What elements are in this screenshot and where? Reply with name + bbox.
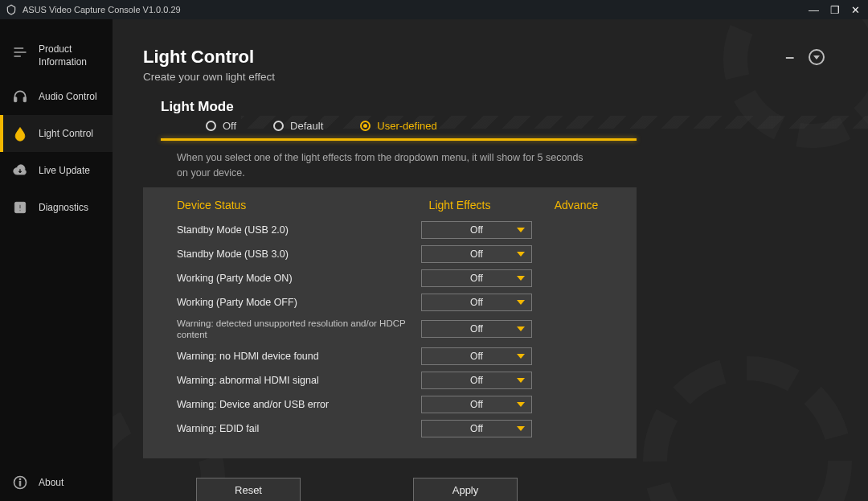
col-device-status: Device Status	[177, 199, 387, 211]
chevron-down-icon	[517, 252, 525, 257]
svg-rect-7	[19, 478, 21, 480]
info-icon	[11, 474, 29, 491]
minimize-button[interactable]: —	[809, 5, 819, 15]
status-label: Standby Mode (USB 2.0)	[177, 224, 421, 236]
dropdown-value: Off	[470, 375, 483, 386]
sidebar-item-diagnostics[interactable]: Diagnostics	[0, 189, 113, 226]
sidebar: Product Information Audio Control Light …	[0, 19, 113, 501]
app-title: ASUS Video Capture Console V1.0.0.29	[23, 5, 809, 14]
radio-icon	[273, 121, 284, 131]
chevron-down-icon	[517, 378, 525, 383]
dropdown-value: Off	[470, 351, 483, 362]
svg-rect-0	[14, 97, 17, 102]
main-content: ‒ Light Control Create your own light ef…	[113, 19, 868, 501]
diagnostics-icon	[11, 199, 29, 216]
sidebar-item-about[interactable]: About	[0, 464, 113, 501]
page-title: Light Control	[143, 47, 868, 68]
sidebar-item-product-information[interactable]: Product Information	[0, 34, 113, 78]
close-button[interactable]: ✕	[851, 5, 860, 15]
device-status-panel: Device Status Light Effects Advance Stan…	[143, 187, 637, 459]
sidebar-item-live-update[interactable]: Live Update	[0, 152, 113, 189]
radio-icon	[206, 121, 216, 131]
app-logo-icon	[5, 3, 18, 16]
page-subtitle: Create your own light effect	[143, 71, 868, 83]
chevron-down-icon	[517, 326, 525, 331]
chevron-down-icon	[517, 402, 525, 407]
light-effect-dropdown[interactable]: Off	[421, 294, 532, 311]
reset-button[interactable]: Reset	[196, 478, 301, 501]
dropdown-value: Off	[470, 323, 483, 335]
sidebar-item-label: Live Update	[39, 165, 90, 176]
status-row: Warning: Device and/or USB errorOff	[177, 396, 620, 413]
dropdown-value: Off	[470, 399, 483, 410]
dropdown-value: Off	[470, 224, 483, 236]
hint-text: When you select one of the light effects…	[177, 150, 595, 181]
svg-rect-3	[19, 205, 21, 209]
cloud-download-icon	[11, 162, 29, 179]
dropdown-value: Off	[470, 297, 483, 308]
collapse-button[interactable]: ‒	[785, 48, 794, 66]
status-label: Warning: detected unsupported resolution…	[177, 318, 421, 342]
drop-icon	[11, 125, 29, 142]
menu-icon	[11, 43, 29, 61]
status-label: Warning: abnormal HDMI signal	[177, 375, 421, 386]
dropdown-value: Off	[470, 423, 483, 434]
status-row: Warning: no HDMI device foundOff	[177, 347, 620, 365]
sidebar-item-label: Audio Control	[39, 91, 97, 102]
status-label: Working (Party Mode OFF)	[177, 297, 421, 308]
status-row: Working (Party Mode OFF)Off	[177, 294, 620, 311]
chevron-down-icon	[517, 276, 525, 281]
section-light-mode: Light Mode	[161, 99, 868, 115]
status-label: Warning: no HDMI device found	[177, 351, 421, 362]
divider	[161, 138, 637, 141]
light-effect-dropdown[interactable]: Off	[421, 420, 532, 437]
chevron-down-icon	[517, 228, 525, 232]
mode-default[interactable]: Default	[273, 120, 323, 132]
light-effect-dropdown[interactable]: Off	[421, 221, 532, 239]
sidebar-item-label: About	[39, 477, 63, 488]
status-label: Warning: Device and/or USB error	[177, 399, 421, 410]
radio-icon	[360, 121, 371, 131]
col-light-effects: Light Effects	[387, 199, 532, 211]
sidebar-item-audio-control[interactable]: Audio Control	[0, 78, 113, 115]
chevron-down-icon	[517, 300, 525, 305]
status-row: Warning: abnormal HDMI signalOff	[177, 372, 620, 389]
col-advance: Advance	[532, 199, 620, 211]
svg-rect-1	[23, 97, 26, 102]
status-row: Warning: EDID failOff	[177, 420, 620, 437]
svg-rect-6	[19, 481, 21, 486]
light-mode-radio-group: Off Default User-defined	[143, 120, 868, 132]
light-effect-dropdown[interactable]: Off	[421, 269, 532, 287]
light-effect-dropdown[interactable]: Off	[421, 320, 532, 338]
titlebar: ASUS Video Capture Console V1.0.0.29 — ❐…	[0, 0, 868, 19]
sidebar-item-label: Diagnostics	[39, 202, 88, 213]
dropdown-toggle-icon[interactable]	[809, 49, 825, 65]
status-row: Working (Party Mode ON)Off	[177, 269, 620, 287]
mode-off[interactable]: Off	[206, 120, 236, 132]
status-row: Standby Mode (USB 3.0)Off	[177, 245, 620, 263]
status-label: Standby Mode (USB 3.0)	[177, 248, 421, 260]
headphones-icon	[11, 88, 29, 105]
chevron-down-icon	[517, 426, 525, 431]
light-effect-dropdown[interactable]: Off	[421, 396, 532, 413]
light-effect-dropdown[interactable]: Off	[421, 347, 532, 365]
light-effect-dropdown[interactable]: Off	[421, 372, 532, 389]
dropdown-value: Off	[470, 273, 483, 284]
dropdown-value: Off	[470, 248, 483, 260]
light-effect-dropdown[interactable]: Off	[421, 245, 532, 263]
chevron-down-icon	[517, 354, 525, 359]
maximize-button[interactable]: ❐	[830, 5, 840, 15]
status-row: Warning: detected unsupported resolution…	[177, 318, 620, 342]
status-row: Standby Mode (USB 2.0)Off	[177, 221, 620, 239]
sidebar-item-label: Light Control	[39, 128, 93, 139]
status-label: Working (Party Mode ON)	[177, 273, 421, 284]
apply-button[interactable]: Apply	[413, 478, 518, 501]
svg-rect-4	[19, 210, 21, 211]
status-label: Warning: EDID fail	[177, 423, 421, 434]
sidebar-item-light-control[interactable]: Light Control	[0, 115, 113, 152]
mode-user-defined[interactable]: User-defined	[360, 120, 436, 132]
sidebar-item-label: Product Information	[39, 43, 87, 68]
